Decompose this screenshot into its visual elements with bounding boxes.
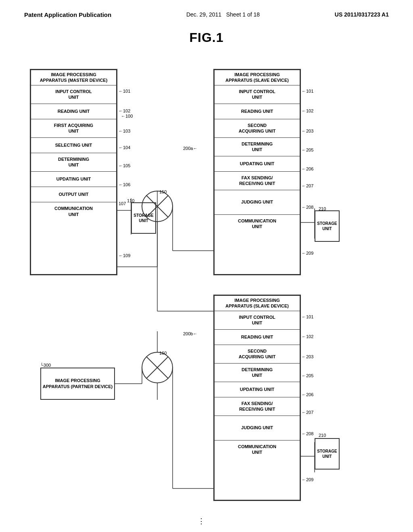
ref-107m: 107 [119,201,126,206]
header-right: US 2011/0317223 A1 [335,11,389,18]
header-center: Dec. 29, 2011 Sheet 1 of 18 [186,11,260,18]
ref-105m: ←105 [119,163,130,168]
ref-102sa: ←102 [302,108,313,113]
ref-109m: ←109 [119,253,130,258]
unit-input-control-slave-b: INPUT CONTROLUNIT [215,311,300,330]
ref-300: └300 [40,363,51,368]
fig-title: FIG.1 [0,30,413,45]
unit-communication-master: COMMUNICATIONUNIT [31,202,116,221]
ref-206sa: ←206 [302,166,313,171]
page-header: Patent Application Publication Dec. 29, … [0,0,413,18]
storage-unit-master: STORAGEUNIT [131,202,156,234]
ref-209sb: ←209 [302,477,313,482]
ref-203sa: ←203 [302,129,313,133]
ref-206sb: ←206 [302,392,313,397]
ref-209sa: ←209 [302,251,313,256]
ref-103m: ←103 [119,129,130,133]
unit-communication-slave-b: COMMUNICATIONUNIT [215,440,300,459]
ref-207sa: ←207 [302,183,313,188]
diagram-area: IMAGE PROCESSINGAPPARATUS (MASTER DEVICE… [0,49,413,529]
ref-110: 110 [127,198,134,203]
network-150-label: 150 [159,189,167,194]
unit-communication-slave-a: COMMUNICATIONUNIT [215,214,300,233]
ref-106m: ←106 [119,182,130,187]
svg-line-8 [146,357,168,378]
header-left: Patent Application Publication [24,11,111,18]
unit-updating-slave-b: UPDATING UNIT [215,382,300,397]
unit-determining-slave-b: DETERMININGUNIT [215,364,300,382]
storage-unit-slave-b: STORAGEUNIT [315,438,340,470]
storage-unit-slave-a: STORAGEUNIT [315,210,340,242]
header-date: Dec. 29, 2011 [186,11,221,18]
master-device-box: IMAGE PROCESSINGAPPARATUS (MASTER DEVICE… [30,69,117,275]
unit-fax-slave-a: FAX SENDING/RECEIVING UNIT [215,172,300,190]
unit-reading-slave-b: READING UNIT [215,330,300,345]
ref-101sa: ←101 [302,89,313,94]
svg-line-7 [146,357,168,378]
master-device-title: IMAGE PROCESSINGAPPARATUS (MASTER DEVICE… [31,70,116,85]
ref-205sb: ←205 [302,373,313,378]
ref-205sa: ←205 [302,148,313,152]
slave-device-a-box: IMAGE PROCESSINGAPPARATUS (SLAVE DEVICE)… [214,69,300,275]
ref-208sa: ←208 [302,205,313,210]
slave-device-b-title: IMAGE PROCESSINGAPPARATUS (SLAVE DEVICE) [215,296,300,311]
slave-device-b-box: IMAGE PROCESSINGAPPARATUS (SLAVE DEVICE)… [214,295,300,501]
unit-input-control-master: INPUT CONTROLUNIT [31,85,116,104]
ref-207sb: ←207 [302,410,313,415]
ref-101sb: ←101 [302,314,313,319]
ref-104m: ←104 [119,145,130,150]
unit-input-control-slave-a: INPUT CONTROLUNIT [215,85,300,104]
partner-device-box: IMAGE PROCESSINGAPPARATUS (PARTNER DEVIC… [40,368,115,400]
ref-200b: 200b← [183,331,197,336]
ref-208sb: ←208 [302,431,313,436]
slave-device-a-title: IMAGE PROCESSINGAPPARATUS (SLAVE DEVICE) [215,70,300,85]
ref-101m: ←101 [119,89,130,94]
ref-102sb: ←102 [302,334,313,339]
ref-210sb: 210 [319,433,326,438]
unit-judging-slave-b: JUDGING UNIT [215,416,300,440]
unit-fax-slave-b: FAX SENDING/RECEIVING UNIT [215,397,300,416]
unit-determining-slave-a: DETERMININGUNIT [215,138,300,156]
unit-reading-master: READING UNIT [31,104,116,119]
ref-100: ←100 [121,114,133,118]
unit-second-acquiring-slave-b: SECONDACQUIRING UNIT [215,345,300,364]
header-sheet: Sheet 1 of 18 [226,11,260,18]
continuation-dots: ⋮ [198,517,206,526]
unit-updating-master: UPDATING UNIT [31,172,116,187]
unit-reading-slave-a: READING UNIT [215,104,300,119]
unit-first-acquiring-master: FIRST ACQUIRINGUNIT [31,119,116,138]
unit-updating-slave-a: UPDATING UNIT [215,156,300,172]
ref-102m: ←102 [119,108,130,113]
unit-second-acquiring-slave-a: SECONDACQUIRING UNIT [215,119,300,138]
svg-point-6 [142,352,173,383]
unit-determining-master: DETERMININGUNIT [31,153,116,172]
unit-selecting-master: SELECTING UNIT [31,138,116,153]
ref-200a: 200a← [183,146,197,151]
unit-output-master: OUTPUT UNIT [31,187,116,202]
unit-judging-slave-a: JUDGING UNIT [215,190,300,214]
network-160-label: 160 [159,351,167,355]
ref-203sb: ←203 [302,354,313,359]
